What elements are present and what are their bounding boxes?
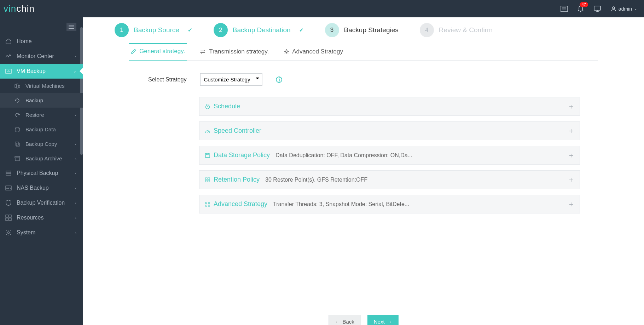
notification-badge: 47: [580, 2, 588, 7]
brand-logo: vinchin: [4, 3, 35, 14]
user-name: admin: [619, 6, 632, 12]
notification-bell-icon[interactable]: 47: [578, 5, 584, 12]
monitor-icon[interactable]: [594, 6, 601, 12]
user-menu[interactable]: admin ⌄: [611, 6, 637, 12]
svg-rect-5: [594, 6, 601, 10]
svg-point-8: [613, 7, 615, 9]
user-icon: [611, 6, 616, 12]
chevron-down-icon: ⌄: [634, 7, 637, 11]
header-list-icon[interactable]: [561, 6, 568, 12]
svg-point-4: [580, 11, 581, 12]
